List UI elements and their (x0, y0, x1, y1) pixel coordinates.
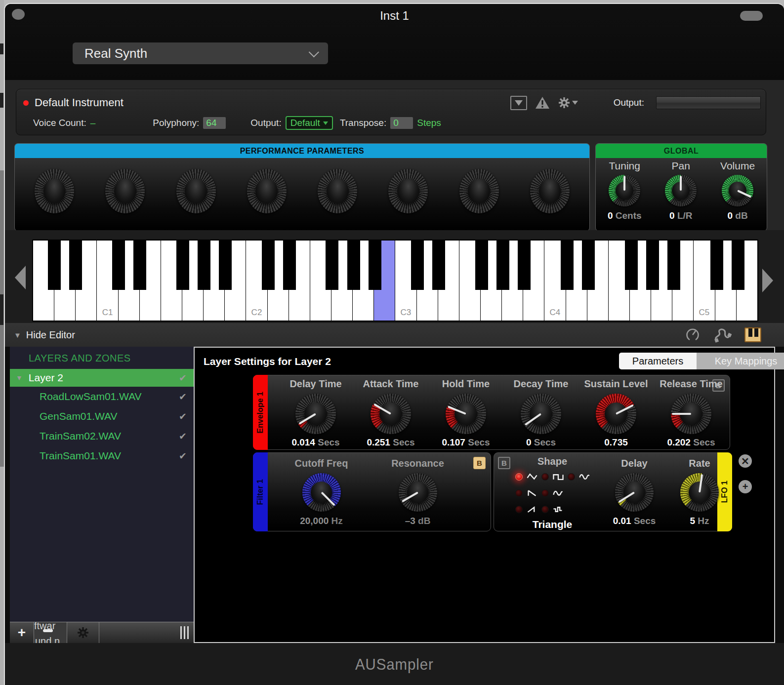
layers-gear-button[interactable] (67, 622, 99, 643)
volume-knob[interactable] (722, 175, 753, 206)
parameter-knob[interactable] (459, 169, 499, 213)
drag-grip-icon[interactable] (180, 626, 189, 639)
black-key-Ds4[interactable] (582, 241, 595, 290)
black-key-Ds1[interactable] (133, 241, 146, 290)
add-zone-button[interactable]: + (10, 622, 34, 643)
black-key-Cs5[interactable] (710, 241, 723, 290)
keyboard-scroll-right-button[interactable] (762, 269, 773, 292)
remove-lfo-button[interactable]: ✕ (739, 454, 752, 468)
transpose-field[interactable]: 0 (390, 117, 413, 129)
preset-dropdown[interactable]: Real Synth (73, 42, 328, 64)
checkmark-icon[interactable]: ✔ (179, 431, 187, 442)
sine-shape-radio[interactable] (541, 489, 549, 497)
black-key-As3[interactable] (518, 241, 531, 290)
octave-label: C2 (246, 308, 267, 318)
global-title: GLOBAL (596, 144, 767, 158)
random-shape-radio[interactable] (568, 473, 575, 481)
lfo-shape-block: Shape Triangle (503, 456, 602, 530)
hold-time-knob[interactable] (446, 394, 486, 434)
menu-box-icon[interactable] (510, 96, 527, 110)
tab-parameters[interactable]: Parameters (619, 353, 697, 369)
black-key-Cs1[interactable] (112, 241, 125, 290)
black-key-As4[interactable] (667, 241, 680, 290)
sample-row[interactable]: GenSam01.WAV✔ (10, 406, 194, 426)
delay-knob[interactable] (615, 473, 654, 512)
black-key-Ds2[interactable] (283, 241, 296, 290)
checkmark-icon[interactable]: ✔ (179, 411, 187, 422)
knob-value: 5 Hz (690, 516, 709, 526)
keyboard-scroll-left-button[interactable] (15, 266, 26, 289)
piano-keyboard[interactable]: C1C2C3C4C5 (32, 240, 758, 322)
rate-knob[interactable] (680, 473, 719, 512)
knob-value: 0.107 Secs (442, 437, 490, 448)
checkmark-icon[interactable]: ✔ (179, 450, 187, 462)
preset-value: Real Synth (84, 46, 147, 61)
checkmark-icon[interactable]: ✔ (179, 391, 187, 403)
parameter-knob[interactable] (318, 169, 357, 213)
black-key-Gs0[interactable] (48, 241, 61, 290)
black-key-Gs2[interactable] (347, 241, 360, 290)
black-key-Ds3[interactable] (432, 241, 445, 290)
action-menu-button[interactable] (558, 96, 578, 109)
tuning-knob[interactable] (609, 175, 640, 206)
resonance-knob[interactable] (399, 473, 437, 512)
filter-bypass-button[interactable]: B (473, 457, 486, 469)
parameter-knob[interactable] (247, 169, 287, 213)
black-key-Gs1[interactable] (198, 241, 210, 290)
parameter-knob[interactable] (105, 169, 145, 213)
dial-icon[interactable] (685, 327, 700, 342)
keyboard-icon[interactable] (744, 327, 761, 342)
black-key-Fs3[interactable] (475, 241, 488, 290)
black-key-Fs4[interactable] (625, 241, 638, 290)
record-dot-icon (23, 100, 29, 106)
decay-time-knob[interactable] (521, 394, 561, 434)
parameter-knob[interactable] (35, 169, 74, 213)
release-time-knob[interactable] (671, 394, 711, 434)
sample-row[interactable]: RoadLowSam01.WAV✔ (10, 387, 194, 406)
black-key-Fs2[interactable] (326, 241, 338, 290)
add-lfo-button[interactable]: + (739, 480, 752, 493)
layers-panel-title: LAYERS AND ZONES (10, 347, 194, 364)
parameter-knob[interactable] (530, 169, 570, 213)
delay-time-knob[interactable] (295, 394, 336, 434)
saw-up-shape-radio[interactable] (515, 506, 523, 513)
output-routing-field[interactable] (656, 96, 761, 109)
black-key-Cs3[interactable] (411, 241, 424, 290)
sample-row[interactable]: TrainSam02.WAV✔ (10, 426, 194, 446)
black-key-Gs4[interactable] (646, 241, 659, 290)
black-key-Gs3[interactable] (496, 241, 509, 290)
cutoff-freq-knob[interactable] (302, 473, 341, 512)
output-select[interactable]: Default (286, 116, 333, 130)
disclosure-triangle-icon[interactable]: ▼ (16, 374, 23, 382)
black-key-Ds5[interactable] (732, 241, 744, 290)
black-key-As1[interactable] (219, 241, 232, 290)
toolbar-glitch-cell[interactable]: ftwar und n (34, 622, 67, 643)
checkmark-icon[interactable]: ✔ (179, 372, 187, 384)
filter-tab[interactable]: Filter 1 (253, 452, 268, 531)
window-control-pill[interactable] (740, 11, 763, 21)
sample-row[interactable]: TrainSam01.WAV✔ (10, 446, 194, 466)
layer-row[interactable]: ▼ Layer 2 ✔ (10, 369, 194, 387)
hide-editor-toggle[interactable]: Hide Editor (26, 329, 75, 341)
black-key-As2[interactable] (369, 241, 381, 290)
parameter-knob[interactable] (388, 169, 428, 213)
parameter-knob[interactable] (176, 169, 216, 213)
polyphony-field[interactable]: 64 (203, 117, 226, 129)
square-wave-icon (553, 473, 564, 481)
knob-label: Cutoff Freq (295, 458, 348, 469)
sample-hold-shape-radio[interactable] (541, 506, 549, 513)
square-shape-radio[interactable] (541, 473, 549, 481)
black-key-As0[interactable] (69, 241, 82, 290)
attack-time-knob[interactable] (371, 394, 411, 434)
tab-key-mappings[interactable]: Key Mappings (697, 353, 784, 369)
black-key-Cs2[interactable] (262, 241, 275, 290)
cable-icon[interactable] (713, 327, 732, 343)
black-key-Fs1[interactable] (176, 241, 189, 290)
envelope-tab[interactable]: Envelope 1 (253, 375, 268, 450)
triangle-shape-radio[interactable] (515, 473, 523, 481)
saw-down-shape-radio[interactable] (515, 489, 523, 497)
warning-icon[interactable] (535, 96, 550, 110)
pan-knob[interactable] (665, 175, 697, 206)
sustain-level-knob[interactable] (596, 394, 636, 434)
black-key-Cs4[interactable] (561, 241, 574, 290)
